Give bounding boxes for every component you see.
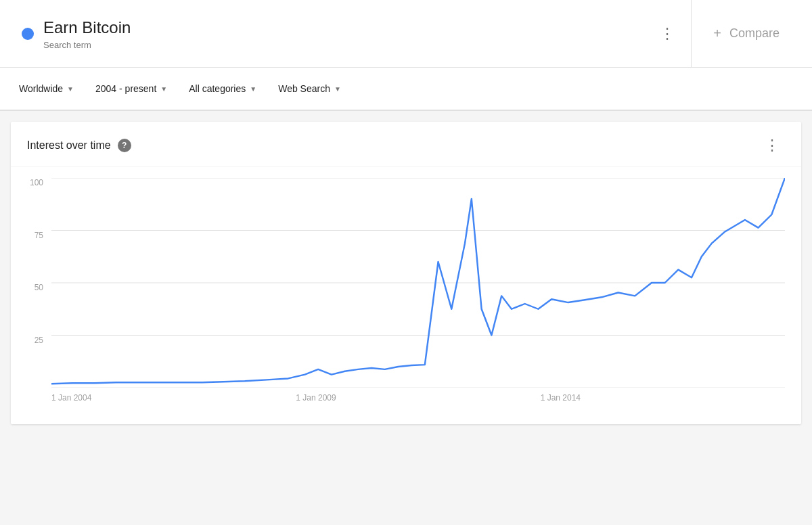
region-label: Worldwide (19, 83, 63, 94)
region-chevron: ▼ (67, 85, 74, 93)
x-axis: 1 Jan 2004 1 Jan 2009 1 Jan 2014 (51, 389, 785, 408)
timerange-chevron: ▼ (160, 85, 167, 93)
categories-label: All categories (189, 83, 246, 94)
chart-inner: 100 75 50 25 (22, 178, 785, 408)
chart-title: Interest over time (27, 139, 111, 152)
y-label-50: 50 (22, 283, 49, 292)
chart-svg (51, 178, 785, 388)
x-label-2004: 1 Jan 2004 (51, 393, 91, 403)
y-label-100: 100 (22, 178, 49, 187)
chart-container: 100 75 50 25 (11, 167, 801, 424)
x-label-2009: 1 Jan 2009 (296, 393, 336, 403)
timerange-label: 2004 - present (95, 83, 156, 94)
term-more-button[interactable]: ⋮ (654, 21, 680, 47)
search-type-label: Web Search (278, 83, 330, 94)
search-type-chevron: ▼ (334, 85, 341, 93)
header-bar: Earn Bitcoin Search term ⋮ + Compare (0, 0, 812, 68)
term-subtitle: Search term (43, 40, 654, 50)
term-title: Earn Bitcoin (43, 17, 654, 38)
compare-label: Compare (729, 26, 780, 41)
categories-filter[interactable]: All categories ▼ (181, 78, 265, 99)
y-label-25: 25 (22, 336, 49, 345)
term-color-dot (22, 28, 34, 40)
chart-title-group: Interest over time ? (27, 139, 131, 152)
help-icon[interactable]: ? (118, 139, 131, 152)
chart-more-button[interactable]: ⋮ (759, 135, 785, 156)
chart-area (51, 178, 785, 388)
y-axis: 100 75 50 25 (22, 178, 49, 388)
x-label-2014: 1 Jan 2014 (541, 393, 581, 403)
chart-header: Interest over time ? ⋮ (11, 122, 801, 167)
chart-section: Interest over time ? ⋮ 100 75 50 25 (11, 122, 801, 424)
region-filter[interactable]: Worldwide ▼ (11, 78, 82, 99)
term-info: Earn Bitcoin Search term (43, 17, 654, 49)
filters-bar: Worldwide ▼ 2004 - present ▼ All categor… (0, 68, 812, 111)
compare-plus-icon: + (713, 26, 721, 41)
search-type-filter[interactable]: Web Search ▼ (270, 78, 349, 99)
y-label-75: 75 (22, 231, 49, 240)
chart-line (51, 178, 785, 384)
compare-block[interactable]: + Compare (692, 0, 801, 67)
timerange-filter[interactable]: 2004 - present ▼ (87, 78, 175, 99)
categories-chevron: ▼ (250, 85, 256, 93)
search-term-block: Earn Bitcoin Search term ⋮ (11, 0, 692, 67)
